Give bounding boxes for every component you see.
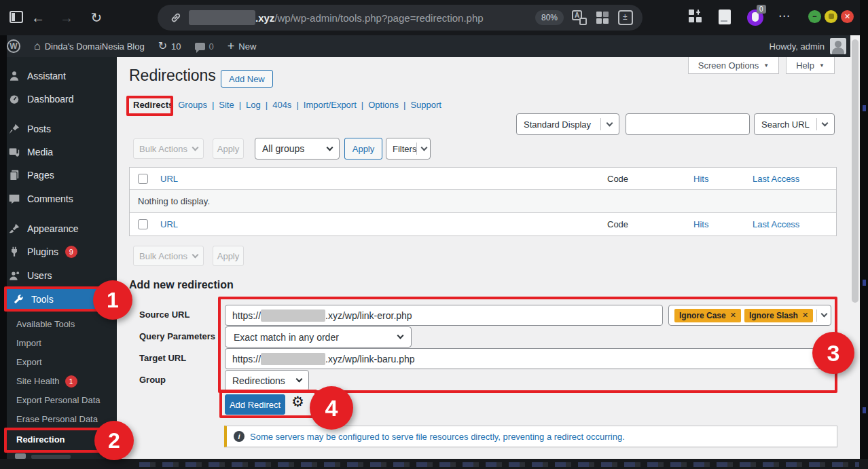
sidebar-item-plugins[interactable]: Plugins 9	[0, 242, 117, 262]
column-url[interactable]: URL	[160, 174, 178, 184]
translate-icon[interactable]: A	[572, 10, 587, 25]
filters-dropdown[interactable]: Filters	[386, 138, 431, 160]
sidebar-sub-import[interactable]: Import	[0, 335, 117, 352]
notice-text: Some servers may be configured to serve …	[250, 432, 625, 442]
select-all-checkbox[interactable]	[138, 174, 148, 184]
chevron-down-icon	[421, 144, 428, 151]
chevron-down-icon	[822, 119, 829, 126]
sidebar-item-media[interactable]: Media	[0, 142, 117, 162]
sidebar-item-appearance[interactable]: Appearance	[0, 219, 117, 239]
add-new-button[interactable]: Add New	[221, 70, 273, 88]
sidebar-item-assistant[interactable]: Assistant	[0, 66, 117, 86]
redacted-domain	[261, 353, 325, 365]
maximize-button[interactable]	[825, 10, 837, 23]
tab-groups[interactable]: Groups	[178, 100, 207, 110]
minimize-button[interactable]: −	[808, 10, 821, 23]
forward-icon[interactable]: →	[57, 9, 76, 26]
sidebar-toggle-icon[interactable]	[10, 11, 23, 23]
flag-ignore-case[interactable]: Ignore Case✕	[674, 309, 741, 322]
url-options-dropdown[interactable]: Ignore Case✕ Ignore Slash✕	[668, 305, 831, 326]
chevron-down-icon	[192, 251, 198, 258]
tab-redirects[interactable]: Redirects	[133, 100, 173, 110]
tab-options[interactable]: Options	[368, 100, 399, 110]
target-url-input[interactable]: https://.xyz/wp/link-baru.php	[225, 348, 832, 369]
tab-import-export[interactable]: Import/Export	[304, 100, 357, 110]
reload-icon[interactable]: ↻	[87, 9, 106, 26]
redacted-domain	[261, 309, 325, 322]
sidebar-sub-erase-personal-data[interactable]: Erase Personal Data	[0, 411, 117, 428]
site-name-menu[interactable]: ⌂ Dinda's DomaiNesia Blog	[27, 35, 151, 57]
remove-icon[interactable]: ✕	[730, 311, 736, 320]
browser-toolbar: ← → ↻ .xyz/wp/wp-admin/tools.php?page=re…	[0, 0, 868, 35]
admin-sidebar: Assistant Dashboard Posts Media Pages Co…	[0, 57, 117, 459]
gear-icon[interactable]: ⚙	[291, 394, 304, 410]
link-icon	[170, 12, 182, 24]
bulk-actions-select[interactable]: Bulk Actions	[133, 138, 204, 159]
sidebar-item-posts[interactable]: Posts	[0, 119, 117, 139]
column-code: Code	[607, 219, 628, 229]
sidebar-sub-export-personal-data[interactable]: Export Personal Data	[0, 392, 117, 409]
tab-support[interactable]: Support	[410, 100, 441, 110]
search-input[interactable]	[626, 113, 750, 135]
column-last-access[interactable]: Last Access	[753, 174, 799, 184]
source-url-input[interactable]: https://.xyz/wp/link-eror.php	[225, 305, 663, 326]
document-icon[interactable]	[719, 10, 731, 24]
select-all-checkbox[interactable]	[138, 219, 148, 229]
sidebar-item-pages[interactable]: Pages	[0, 165, 117, 185]
apply-groups-button[interactable]: Apply	[344, 138, 382, 160]
tab-site[interactable]: Site	[219, 100, 234, 110]
back-icon[interactable]: ←	[29, 9, 48, 26]
scrollbar-track	[850, 35, 860, 459]
bulk-actions-select[interactable]: Bulk Actions	[133, 246, 204, 266]
add-redirect-button[interactable]: Add Redirect	[225, 394, 285, 415]
sidebar-item-users[interactable]: Users	[0, 265, 117, 286]
groups-select[interactable]: All groups	[255, 138, 340, 160]
column-hits[interactable]: Hits	[693, 219, 708, 229]
help-button[interactable]: Help▼	[786, 57, 835, 74]
column-code: Code	[607, 174, 628, 184]
comments-menu[interactable]: 0	[188, 35, 221, 57]
apply-button[interactable]: Apply	[213, 138, 244, 159]
column-last-access[interactable]: Last Access	[753, 219, 799, 229]
screen-options-button[interactable]: Screen Options▼	[688, 57, 779, 74]
scrollbar-thumb[interactable]	[852, 39, 858, 303]
table-header-row: URL Code Hits Last Access	[130, 168, 836, 190]
redirects-table: URL Code Hits Last Access Nothing to dis…	[129, 167, 837, 236]
column-url[interactable]: URL	[160, 219, 178, 229]
annotation-step-3: 3	[812, 332, 854, 374]
display-select[interactable]: Standard Display	[516, 113, 619, 135]
avatar	[830, 38, 846, 54]
address-bar[interactable]: .xyz/wp/wp-admin/tools.php?page=redirect…	[158, 5, 643, 31]
updates-menu[interactable]: ↻ 10	[151, 35, 188, 57]
wordpress-logo-icon: W	[7, 39, 20, 53]
plus-icon: +	[228, 41, 235, 52]
annotation-step-1: 1	[93, 280, 132, 320]
reading-mode-icon[interactable]	[595, 10, 610, 25]
tab-log[interactable]: Log	[246, 100, 261, 110]
column-hits[interactable]: Hits	[693, 174, 708, 184]
info-icon: i	[234, 431, 245, 442]
close-button[interactable]: ✕	[841, 10, 854, 23]
sidebar-sub-site-health[interactable]: Site Health 1	[0, 373, 117, 390]
page-title: Redirections	[129, 67, 216, 85]
new-content-menu[interactable]: + New	[221, 35, 264, 57]
search-url-button[interactable]: Search URL	[754, 113, 835, 135]
tab-404s[interactable]: 404s	[272, 100, 291, 110]
sidebar-sub-export[interactable]: Export	[0, 354, 117, 371]
sidebar-item-comments[interactable]: Comments	[0, 189, 117, 209]
flag-ignore-slash[interactable]: Ignore Slash✕	[744, 309, 813, 322]
url-text: .xyz/wp/wp-admin/tools.php?page=redirect…	[255, 12, 484, 24]
extensions-icon[interactable]	[689, 10, 704, 24]
chevron-down-icon	[821, 311, 828, 318]
sidebar-item-dashboard[interactable]: Dashboard	[0, 89, 117, 109]
remove-icon[interactable]: ✕	[802, 311, 808, 320]
zoom-level-badge[interactable]: 80%	[535, 10, 564, 25]
overflow-menu-icon[interactable]: ⋯	[778, 9, 791, 23]
query-match-select[interactable]: Exact match in any order	[225, 326, 412, 348]
my-account-menu[interactable]: Howdy, admin	[770, 38, 852, 54]
group-select[interactable]: Redirections	[225, 370, 309, 391]
sidebar-sub-available-tools[interactable]: Available Tools	[0, 316, 117, 333]
split-view-icon[interactable]	[618, 10, 633, 25]
apply-button[interactable]: Apply	[213, 246, 244, 266]
extension-badge-icon[interactable]: 0	[747, 10, 763, 26]
